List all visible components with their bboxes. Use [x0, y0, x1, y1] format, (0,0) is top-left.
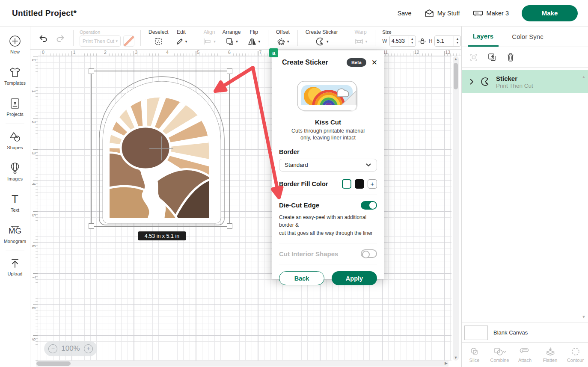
save-label: Save — [398, 10, 412, 17]
save-button[interactable]: Save — [398, 10, 412, 17]
warp-icon — [354, 38, 364, 45]
scroll-up-arrow[interactable]: ▲ — [453, 57, 459, 61]
canvas-vertical-scrollbar[interactable]: ▲ ▼ — [453, 56, 459, 361]
selection-handle-bottom-left[interactable] — [89, 223, 94, 229]
tab-color-sync[interactable]: Color Sync — [506, 27, 549, 47]
sidebar-item-new[interactable]: New — [0, 35, 30, 54]
chevron-down-icon: ▾ — [214, 40, 216, 44]
flip-icon — [247, 37, 257, 46]
aspect-lock-icon[interactable] — [418, 37, 427, 45]
zoom-out-button[interactable]: − — [48, 344, 57, 353]
blank-canvas-row[interactable]: Blank Canvas — [462, 323, 588, 342]
height-stepper[interactable]: ▲▼ — [454, 36, 460, 46]
scroll-right-arrow[interactable]: ▶ — [445, 361, 448, 365]
svg-text:T: T — [12, 193, 18, 205]
deselect-icon — [154, 36, 163, 47]
offset-icon — [276, 37, 286, 46]
vertical-scroll-thumb[interactable] — [454, 63, 458, 89]
chevron-right-icon[interactable] — [469, 79, 474, 85]
edit-toolbar: Operation Print Then Cut ▾ Deselect Edit… — [30, 27, 461, 50]
ruler-number: 8 — [31, 305, 36, 311]
top-header: Untitled Project* Save My Stuff Maker 3 … — [0, 0, 588, 27]
die-cut-edge-toggle[interactable] — [361, 201, 377, 210]
toolbar-divider — [195, 30, 195, 46]
cut-interior-shapes-toggle[interactable] — [361, 249, 377, 258]
width-stepper[interactable]: ▲▼ — [409, 36, 416, 46]
sidebar-label: Text — [11, 207, 19, 213]
sidebar-label: Images — [7, 176, 23, 181]
back-button[interactable]: Back — [279, 271, 324, 285]
operation-select[interactable]: Print Then Cut ▾ — [80, 36, 121, 47]
panel-scroll-down-arrow[interactable]: ▼ — [582, 314, 586, 319]
width-input[interactable] — [390, 38, 409, 44]
make-button[interactable]: Make — [522, 5, 578, 21]
toolbar-divider — [297, 30, 298, 46]
deselect-label: Deselect — [148, 29, 169, 35]
selection-handle-bottom-right[interactable] — [227, 223, 232, 229]
border-fill-swatch-white[interactable] — [342, 179, 351, 189]
redo-button[interactable] — [52, 34, 69, 42]
ruler-number: 1 — [73, 50, 76, 55]
warp-label: Warp — [354, 29, 366, 35]
zoom-in-button[interactable]: + — [84, 344, 93, 353]
blank-canvas-swatch[interactable] — [464, 326, 488, 340]
ruler-number: 2 — [104, 50, 107, 55]
layer-name: Sticker — [496, 75, 533, 82]
create-sticker-popup: a Create Sticker Beta ✕ — [272, 50, 384, 279]
selection-handle-top-left[interactable] — [89, 68, 94, 74]
sidebar-item-monogram[interactable]: MG Monogram — [0, 225, 30, 244]
arrange-button[interactable]: Arrange ▾ — [219, 29, 244, 47]
close-icon[interactable]: ✕ — [371, 59, 377, 66]
create-sticker-button[interactable]: Create Sticker ▾ — [302, 29, 342, 47]
duplicate-icon[interactable] — [487, 53, 497, 62]
horizontal-scroll-thumb[interactable] — [36, 361, 71, 366]
canvas-horizontal-scrollbar[interactable]: ▶ — [36, 361, 448, 367]
mailbox-icon — [425, 9, 434, 18]
size-label: Size — [382, 30, 461, 35]
chevron-down-icon: ▾ — [185, 40, 187, 44]
sidebar-item-images[interactable]: Images — [0, 162, 30, 181]
monogram-icon: MG — [8, 225, 22, 237]
chevron-down-icon: ▾ — [365, 40, 368, 44]
panel-scroll-up-arrow[interactable]: ▲ — [582, 74, 586, 79]
flip-button[interactable]: Flip ▾ — [244, 29, 264, 47]
deselect-button[interactable]: Deselect — [145, 29, 172, 47]
border-dropdown[interactable]: Standard — [279, 159, 377, 172]
size-group: Size W ▲▼ H ▲▼ — [380, 30, 463, 47]
sidebar-item-templates[interactable]: Templates — [0, 66, 30, 86]
undo-button[interactable] — [30, 34, 52, 42]
layer-row-sticker[interactable]: Sticker Print Then Cut — [462, 70, 588, 93]
sidebar-label: Templates — [4, 80, 26, 86]
trash-icon[interactable] — [506, 53, 515, 62]
ruler-number: 6 — [31, 243, 36, 249]
slice-icon — [469, 347, 480, 356]
operation-color-swatch[interactable] — [123, 36, 134, 47]
ruler-number: 3 — [31, 151, 36, 156]
scroll-down-arrow[interactable]: ▼ — [453, 355, 459, 360]
sidebar-item-projects[interactable]: Projects — [0, 98, 30, 117]
selection-handle-top-right[interactable] — [227, 68, 232, 74]
project-title[interactable]: Untitled Project* — [12, 9, 77, 18]
border-fill-swatch-black[interactable] — [355, 179, 364, 189]
offset-button[interactable]: Offset ▾ — [273, 29, 293, 47]
ruler-number: 1 — [31, 89, 36, 94]
align-label: Align — [204, 29, 215, 35]
design-canvas[interactable]: 012345678910111213 0123456789 — [30, 50, 461, 367]
edit-button[interactable]: Edit ▾ — [172, 29, 191, 47]
chevron-down-icon: ▾ — [327, 40, 329, 44]
contour-icon — [570, 347, 581, 356]
operation-group: Operation Print Then Cut ▾ — [78, 30, 136, 47]
add-color-button[interactable]: + — [368, 179, 377, 189]
combine-icon — [493, 347, 506, 356]
tab-layers[interactable]: Layers — [468, 27, 499, 47]
popup-header: Create Sticker Beta ✕ — [272, 50, 384, 72]
height-input[interactable] — [435, 38, 454, 44]
my-stuff-button[interactable]: My Stuff — [425, 9, 460, 18]
apply-button[interactable]: Apply — [332, 271, 377, 285]
selection-bounding-box[interactable] — [91, 71, 230, 227]
machine-select-button[interactable]: Maker 3 — [473, 9, 509, 17]
sidebar-item-text[interactable]: T Text — [0, 193, 30, 213]
sidebar-item-upload[interactable]: Upload — [0, 258, 30, 276]
sidebar-item-shapes[interactable]: Shapes — [0, 131, 30, 150]
upload-icon — [9, 258, 21, 269]
